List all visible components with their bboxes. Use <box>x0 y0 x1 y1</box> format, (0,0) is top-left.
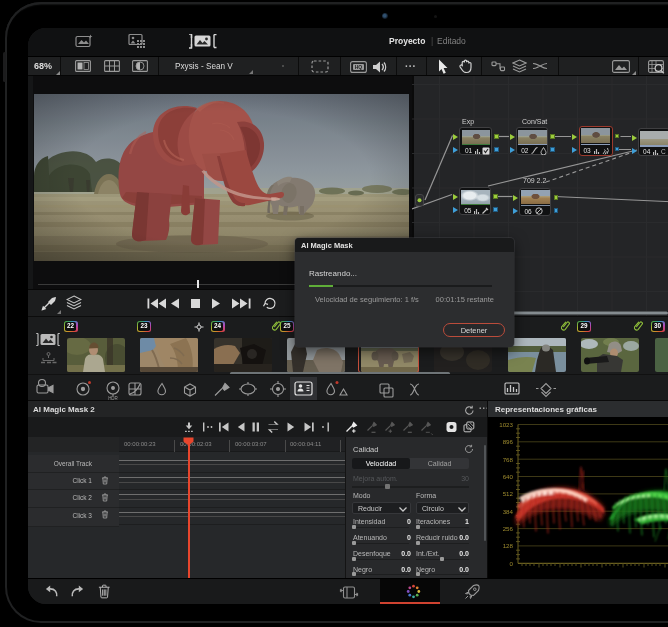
svg-text:896: 896 <box>503 438 514 445</box>
svg-text:256: 256 <box>503 525 514 532</box>
svg-text:128: 128 <box>503 542 514 549</box>
svg-text:768: 768 <box>503 456 514 463</box>
svg-text:512: 512 <box>503 490 514 497</box>
svg-text:384: 384 <box>503 508 514 515</box>
svg-text:640: 640 <box>503 473 514 480</box>
svg-text:0: 0 <box>510 560 514 567</box>
svg-text:HQ: HQ <box>355 64 363 70</box>
svg-text:1023: 1023 <box>499 421 513 428</box>
